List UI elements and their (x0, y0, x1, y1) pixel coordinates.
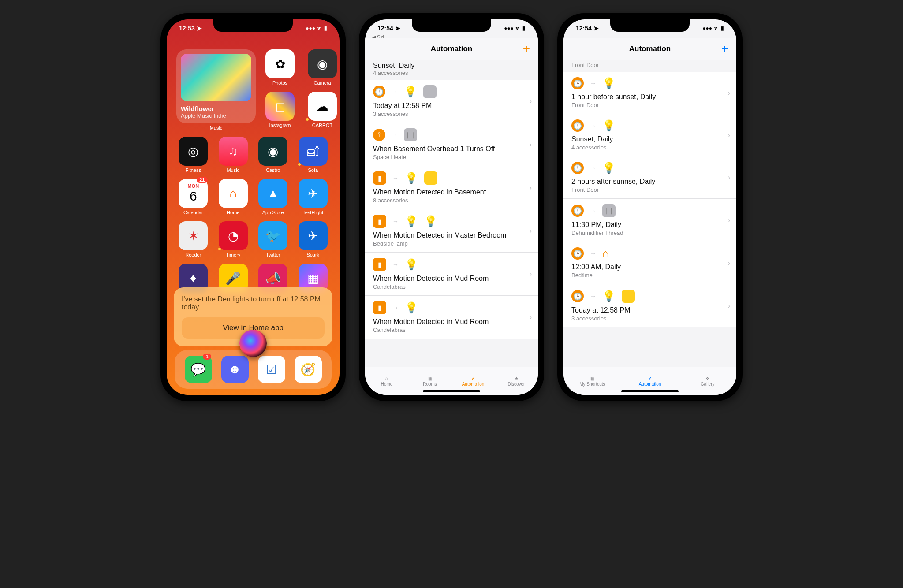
battery-icon: ▮ (324, 25, 327, 31)
widget-label: Music (176, 125, 256, 130)
automation-row[interactable]: ▮→💡When Motion Detected in Mud RoomCande… (365, 296, 538, 339)
row-title: 1 hour before sunset, Daily (571, 93, 720, 101)
automation-row[interactable]: 🕒→💡Today at 12:58 PM3 accessories› (365, 80, 538, 123)
row-subtitle: 4 accessories (571, 144, 720, 151)
dock-safari[interactable]: 🧭 (293, 356, 324, 383)
automation-list[interactable]: Front Door 🕒→💡1 hour before sunset, Dail… (563, 60, 736, 367)
track-title: Wildflower (181, 105, 251, 112)
arrow-icon: → (590, 250, 596, 257)
automation-row[interactable]: 🕒→💡2 hours after sunrise, DailyFront Doo… (563, 156, 736, 199)
row-title: When Motion Detected in Master Bedroom (373, 231, 521, 239)
app-castro[interactable]: ◉Castro (256, 137, 290, 173)
automation-row[interactable]: ▮→💡When Motion Detected in Basement8 acc… (365, 166, 538, 209)
app-music[interactable]: ♫Music (216, 137, 250, 173)
track-subtitle: Apple Music Indie (181, 112, 251, 119)
home-grid: Wildflower Apple Music Indie Music ✿Phot… (167, 49, 340, 293)
automation-row[interactable]: 🕒→❘❘11:30 PM, DailyDehumidifier Thread› (563, 199, 736, 242)
row-title: 12:00 AM, Daily (571, 263, 720, 271)
add-automation-button[interactable]: + (523, 42, 530, 56)
row-icons: 🕒→💡 (571, 290, 720, 303)
siri-message: I've set the Den lights to turn off at 1… (182, 295, 325, 311)
app-timery[interactable]: ◔Timery (216, 221, 250, 257)
arrow-icon: → (590, 122, 596, 129)
arrow-icon: → (392, 175, 399, 182)
app-appstore[interactable]: ▲App Store (256, 179, 290, 215)
arrow-icon: → (392, 88, 398, 95)
chevron-right-icon: › (728, 259, 730, 267)
dock-things[interactable]: ☑ (256, 356, 287, 383)
house-icon: ⌂ (385, 376, 388, 381)
location-icon: ➤ (593, 25, 599, 32)
chevron-right-icon: › (530, 313, 532, 321)
app-fitness[interactable]: ◎Fitness (176, 137, 210, 173)
row-subtitle: Bedside lamp (373, 240, 521, 247)
row-icons: 🕒→💡 (571, 162, 720, 174)
chevron-right-icon: › (530, 184, 532, 192)
grid-icon: ▦ (428, 376, 432, 381)
notch (213, 19, 293, 32)
automation-row[interactable]: ▮→💡When Motion Detected in Mud RoomCande… (365, 253, 538, 296)
arrow-icon: → (392, 261, 399, 268)
automation-row[interactable]: 🕒→💡Sunset, Daily4 accessories› (563, 114, 736, 156)
app-camera[interactable]: ◉Camera (304, 49, 340, 86)
app-carrot[interactable]: ☁CARROT (304, 92, 340, 128)
row-subtitle: Front Door (571, 186, 720, 193)
add-automation-button[interactable]: + (721, 42, 728, 56)
app-photos[interactable]: ✿Photos (262, 49, 298, 86)
wifi-icon: ᯤ (317, 25, 322, 31)
tab-home[interactable]: ⌂Home (365, 367, 408, 395)
dock-messages[interactable]: 1💬 (183, 356, 214, 383)
automation-row[interactable]: 🕒→⌂12:00 AM, DailyBedtime› (563, 242, 736, 284)
row-title: When Basement Overhead 1 Turns Off (373, 145, 521, 153)
automation-list[interactable]: Sunset, Daily 4 accessories 🕒→💡Today at … (365, 60, 538, 367)
row-subtitle: Bedtime (571, 272, 720, 279)
app-spark[interactable]: ✈Spark (296, 221, 330, 257)
tab-discover[interactable]: ★Discover (495, 367, 538, 395)
app-home[interactable]: ⌂Home (216, 179, 250, 215)
chevron-right-icon: › (530, 270, 532, 278)
location-icon: ➤ (197, 25, 202, 32)
row-icons: ▮→💡 (373, 171, 521, 185)
arrow-icon: → (590, 293, 596, 300)
tab-my-shortcuts[interactable]: ▦My Shortcuts (563, 367, 621, 395)
automation-row[interactable]: ▮→💡💡When Motion Detected in Master Bedro… (365, 209, 538, 253)
app-reeder[interactable]: ✶Reeder (176, 221, 210, 257)
row-icons: 🕒→⌂ (571, 247, 720, 260)
row-title: 2 hours after sunrise, Daily (571, 178, 720, 186)
tab-gallery[interactable]: ❖Gallery (679, 367, 736, 395)
app-testflight[interactable]: ✈TestFlight (296, 179, 330, 215)
app-calendar[interactable]: 21 MON6 Calendar (176, 179, 210, 215)
home-indicator[interactable] (621, 390, 679, 392)
automation-row[interactable]: 🕒→💡Today at 12:58 PM3 accessories› (563, 284, 736, 327)
siri-orb-icon[interactable] (239, 330, 267, 357)
row-icons: 🕒→💡 (373, 85, 521, 98)
nav-bar: Automation + (563, 38, 736, 60)
row-icons: ▮→💡 (373, 301, 521, 314)
row-title: Today at 12:58 PM (373, 102, 521, 110)
row-icons: ▮→💡 (373, 258, 521, 271)
app-instagram[interactable]: ◻Instagram (262, 92, 298, 128)
arrow-icon: → (392, 131, 398, 138)
arrow-icon: → (590, 207, 596, 214)
music-widget[interactable]: Wildflower Apple Music Indie (176, 49, 256, 123)
app-sofa[interactable]: 🛋Sofa (296, 137, 330, 173)
clock-check-icon: ✔ (648, 376, 652, 381)
row-icons: 🕒→❘❘ (571, 204, 720, 217)
iphone-home-app-automation: 12:54➤ ●●●ᯤ▮ ◀ Siri Automation + Sunset,… (359, 13, 544, 401)
row-subtitle: Candelabras (373, 327, 521, 333)
iphone-home-siri: 12:53➤ ●●●ᯤ▮ Wildflower Apple Music Indi… (160, 13, 346, 401)
chevron-right-icon: › (728, 89, 730, 97)
album-art (181, 54, 251, 101)
row-subtitle: Candelabras (373, 283, 521, 290)
automation-row[interactable]: ⟟→❘❘When Basement Overhead 1 Turns OffSp… (365, 123, 538, 166)
notch (412, 19, 491, 32)
dock-discord[interactable]: ☻ (220, 356, 250, 383)
row-icons: ▮→💡💡 (373, 215, 521, 228)
row-subtitle: 3 accessories (571, 315, 720, 322)
nav-title: Automation (629, 45, 671, 53)
app-twitter[interactable]: 🐦Twitter (256, 221, 290, 257)
automation-row[interactable]: 🕒→💡1 hour before sunset, DailyFront Door… (563, 72, 736, 114)
home-indicator[interactable] (423, 390, 480, 392)
stack-icon: ❖ (705, 376, 709, 381)
chevron-right-icon: › (530, 141, 532, 149)
